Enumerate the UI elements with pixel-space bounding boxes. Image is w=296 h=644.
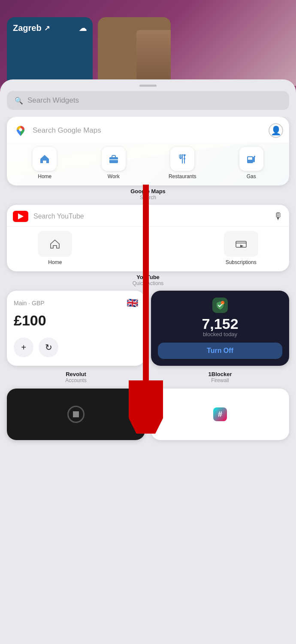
cloud-icon: ☁ [79,24,87,33]
revolut-widget-subtitle: Accounts [7,377,145,383]
maps-shortcut-home[interactable]: Home [10,147,79,179]
revolut-amount: £100 [14,312,138,329]
svg-text:🔥: 🔥 [221,302,224,305]
google-maps-logo-icon [13,123,28,138]
revolut-account-label: Main · GBP [14,300,45,307]
revolut-widget-title: Revolut [7,371,145,377]
city-name: Zagreb ↗ ☁ [13,23,87,33]
blocker-count: 7,152 [202,316,238,331]
revolut-add-button[interactable]: + [14,337,33,357]
revolut-widget[interactable]: Main · GBP 🇬🇧 £100 + ↻ [7,291,145,366]
yt-widget-title: YouTube [7,274,289,280]
zagreb-weather-card: Zagreb ↗ ☁ [7,17,93,86]
shield-icon: 🔥 [215,301,225,310]
maps-search-text[interactable]: Search Google Maps [33,126,269,135]
maps-shortcut-work[interactable]: Work [79,147,148,179]
yt-middle-space [103,231,193,265]
search-icon: 🔍 [15,97,23,105]
fork-knife-icon [176,153,188,165]
location-arrow-icon: ↗ [44,24,50,32]
yt-home-icon [49,238,61,250]
svg-rect-8 [248,157,252,160]
small-widget-dark-1[interactable] [7,389,145,440]
blocker-widget-subtitle: Firewall [151,377,289,383]
revolut-header: Main · GBP 🇬🇧 [14,298,138,309]
bottom-small-row: # [7,389,289,440]
circle-icon [67,406,85,423]
svg-marker-12 [240,245,244,247]
photo-card [98,17,171,86]
yt-home-label: Home [48,259,62,265]
blocker-shield-icon: 🔥 [212,298,228,313]
google-maps-widget[interactable]: Search Google Maps 👤 Home [7,117,289,185]
yt-widget-subtitle: Quick Actions [7,280,289,286]
app-logo-group: # [213,407,227,421]
maps-gas-icon-wrap [239,147,263,171]
maps-shortcut-gas[interactable]: Gas [217,147,286,179]
home-icon [39,153,51,165]
yt-play-triangle [18,213,24,219]
maps-user-avatar[interactable]: 👤 [269,123,283,138]
youtube-logo-icon [13,211,28,222]
widgets-scroll-area[interactable]: Search Google Maps 👤 Home [0,117,296,644]
blocker-blocked-label: blocked today [203,331,237,337]
top-thumbnails-area: Zagreb ↗ ☁ [0,0,296,86]
maps-home-label: Home [38,173,51,179]
yt-search-row: Search YouTube 🎙 [7,205,289,227]
search-widgets-bar[interactable]: 🔍 Search Widgets [7,91,289,110]
maps-widget-subtitle: Search [7,194,289,200]
revolut-flag-icon: 🇬🇧 [127,298,138,309]
search-widgets-placeholder: Search Widgets [27,96,79,105]
maps-gas-label: Gas [247,173,256,179]
avatar-icon: 👤 [271,125,281,136]
maps-shortcuts-row: Home Work [7,143,289,185]
revolut-refresh-button[interactable]: ↻ [39,337,58,357]
tiktok-logo-icon: # [213,407,227,421]
svg-point-1 [19,128,22,131]
gas-pump-icon [245,153,257,165]
yt-shortcut-subscriptions[interactable]: Subscriptions [196,231,286,265]
maps-widget-title: Google Maps [7,188,289,194]
subscriptions-icon [235,238,247,250]
maps-restaurants-icon-wrap [170,147,194,171]
yt-search-placeholder[interactable]: Search YouTube [33,213,269,220]
youtube-widget[interactable]: Search YouTube 🎙 Home [7,205,289,271]
maps-home-icon-wrap [33,147,57,171]
maps-restaurants-label: Restaurants [169,173,196,179]
bottom-widgets-row: Main · GBP 🇬🇧 £100 + ↻ [7,291,289,366]
panel-handle [139,85,157,87]
yt-shortcuts-row: Home Subscriptions [7,227,289,271]
yt-home-icon-wrap [38,231,72,257]
blocker-turn-off-button[interactable]: Turn Off [158,343,282,359]
svg-rect-2 [109,157,118,163]
yt-shortcut-home[interactable]: Home [10,231,100,265]
yt-subs-icon-wrap [224,231,258,257]
microphone-icon[interactable]: 🎙 [274,211,283,222]
maps-shortcut-restaurants[interactable]: Restaurants [148,147,217,179]
small-widget-hashtag[interactable]: # [151,389,289,440]
widget-panel: 🔍 Search Widgets Search Google Maps [0,79,296,644]
maps-work-label: Work [108,173,120,179]
blocker-widget[interactable]: 🔥 7,152 blocked today Turn Off [151,291,289,366]
briefcase-icon [108,153,120,165]
revolut-actions: + ↻ [14,337,138,357]
dot-icon [73,411,79,417]
yt-subs-label: Subscriptions [226,259,257,265]
maps-search-row: Search Google Maps 👤 [7,117,289,143]
maps-work-icon-wrap [102,147,126,171]
svg-rect-9 [254,156,255,157]
blocker-widget-title: 1Blocker [151,371,289,377]
